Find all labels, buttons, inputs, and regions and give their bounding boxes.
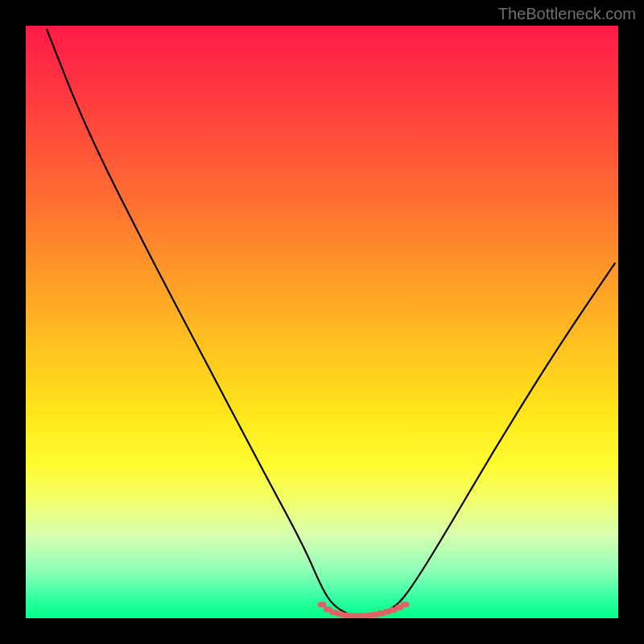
bottleneck-curve bbox=[47, 29, 616, 616]
watermark-text: TheBottleneck.com bbox=[498, 5, 636, 23]
chart-plot-area bbox=[26, 26, 618, 618]
chart-frame: TheBottleneck.com bbox=[0, 0, 644, 644]
chart-svg-layer bbox=[26, 26, 618, 618]
